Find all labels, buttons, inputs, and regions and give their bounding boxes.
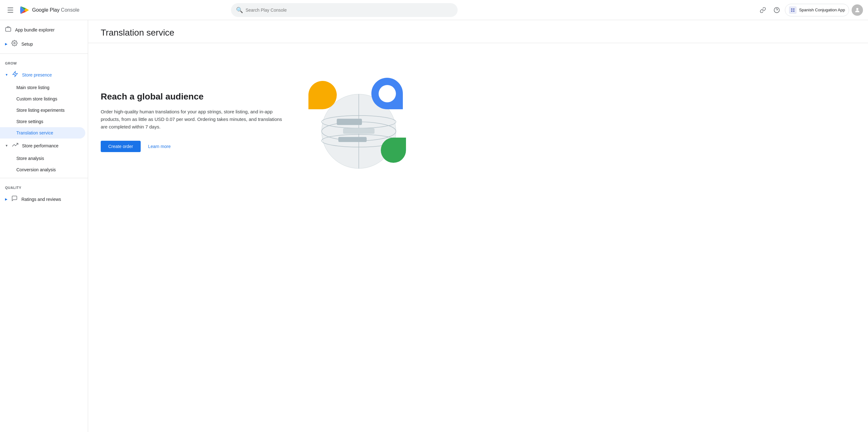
sidebar-item-store-performance[interactable]: ▼ Store performance: [0, 139, 85, 153]
help-icon[interactable]: [771, 4, 782, 16]
sidebar-item-label: Ratings and reviews: [22, 197, 61, 202]
app-icon: [789, 6, 797, 14]
collapse-icon: ▼: [5, 144, 8, 147]
svg-point-6: [856, 8, 859, 10]
sidebar-item-label: Store presence: [22, 73, 52, 78]
grow-section-label: Grow: [0, 56, 88, 68]
logo-text: Google Play Console: [32, 7, 79, 13]
sidebar-item-label: Store listing experiments: [17, 108, 64, 113]
link-icon[interactable]: [757, 4, 769, 16]
sidebar-item-translation-service[interactable]: Translation service: [0, 127, 85, 139]
page-title: Translation service: [101, 28, 856, 38]
main-header: Translation service: [88, 20, 868, 43]
search-icon: 🔍: [236, 7, 243, 13]
app-selector[interactable]: Spanish Conjugation App: [785, 4, 849, 17]
bundle-icon: [5, 26, 11, 34]
expand-icon: ▶: [5, 42, 7, 46]
sidebar-item-label: Custom store listings: [17, 96, 57, 102]
sidebar-divider: [0, 54, 88, 54]
sidebar-item-conversion-analysis[interactable]: Conversion analysis: [0, 164, 85, 175]
svg-rect-5: [793, 10, 794, 12]
sidebar-item-label: Store performance: [22, 143, 59, 148]
svg-rect-17: [338, 137, 367, 142]
svg-rect-16: [343, 128, 374, 134]
svg-rect-4: [791, 10, 793, 12]
sidebar-item-app-bundle-explorer[interactable]: App bundle explorer: [0, 23, 85, 37]
reach-description: Order high-quality human translations fo…: [101, 108, 289, 131]
quality-section-label: Quality: [0, 181, 88, 192]
sidebar-item-label: App bundle explorer: [15, 27, 55, 32]
create-order-button[interactable]: Create order: [101, 141, 141, 152]
reach-heading: Reach a global audience: [101, 92, 289, 102]
menu-button[interactable]: [5, 5, 16, 15]
google-play-logo-icon: [20, 5, 30, 15]
blue-bubble-inner: [379, 85, 396, 102]
sidebar-item-store-analysis[interactable]: Store analysis: [0, 153, 85, 164]
sidebar-item-store-presence[interactable]: ▼ Store presence: [0, 68, 85, 82]
sidebar-item-label: Store analysis: [17, 156, 44, 161]
search-bar[interactable]: 🔍: [231, 3, 458, 17]
header-actions: Spanish Conjugation App: [757, 4, 863, 17]
layout: App bundle explorer ▶ Setup Grow ▼ Store…: [0, 20, 868, 432]
sidebar: App bundle explorer ▶ Setup Grow ▼ Store…: [0, 20, 88, 432]
main-body: Reach a global audience Order high-quali…: [88, 43, 868, 201]
expand-icon-reviews: ▶: [5, 197, 7, 201]
sidebar-item-label: Setup: [22, 41, 33, 47]
svg-marker-9: [12, 71, 17, 77]
main-content: Translation service Reach a global audie…: [88, 20, 868, 432]
app-name-label: Spanish Conjugation App: [799, 7, 845, 12]
sidebar-item-main-store-listing[interactable]: Main store listing: [0, 82, 85, 93]
sidebar-item-store-settings[interactable]: Store settings: [0, 116, 85, 127]
user-avatar[interactable]: [851, 4, 863, 16]
learn-more-link[interactable]: Learn more: [148, 144, 171, 149]
svg-point-8: [14, 42, 16, 44]
main-actions: Create order Learn more: [101, 141, 289, 152]
sidebar-item-setup[interactable]: ▶ Setup: [0, 37, 85, 51]
sidebar-item-ratings-reviews[interactable]: ▶ Ratings and reviews: [0, 192, 85, 206]
svg-rect-3: [793, 8, 794, 9]
sidebar-item-store-listing-experiments[interactable]: Store listing experiments: [0, 105, 85, 116]
green-bubble-icon: [381, 138, 406, 163]
svg-rect-2: [791, 8, 793, 9]
logo[interactable]: Google Play Console: [20, 5, 79, 15]
sidebar-item-label: Store settings: [17, 119, 43, 124]
search-input[interactable]: [246, 7, 453, 12]
collapse-icon: ▼: [5, 73, 8, 77]
trending-up-icon: [12, 142, 18, 149]
settings-icon: [11, 40, 18, 48]
header: Google Play Console 🔍 Spanish Conjugatio…: [0, 0, 868, 20]
svg-rect-7: [6, 28, 11, 31]
blue-bubble-icon: [371, 78, 403, 109]
sidebar-item-label: Main store listing: [17, 85, 50, 90]
svg-rect-15: [337, 119, 362, 125]
reviews-icon: [11, 195, 18, 203]
sidebar-item-custom-store-listings[interactable]: Custom store listings: [0, 93, 85, 105]
sidebar-item-label: Conversion analysis: [17, 167, 56, 172]
yellow-bubble-icon: [308, 81, 337, 109]
illustration: [289, 71, 415, 172]
sidebar-item-label: Translation service: [17, 131, 53, 135]
main-text-block: Reach a global audience Order high-quali…: [101, 92, 289, 152]
store-presence-icon: [12, 71, 18, 79]
